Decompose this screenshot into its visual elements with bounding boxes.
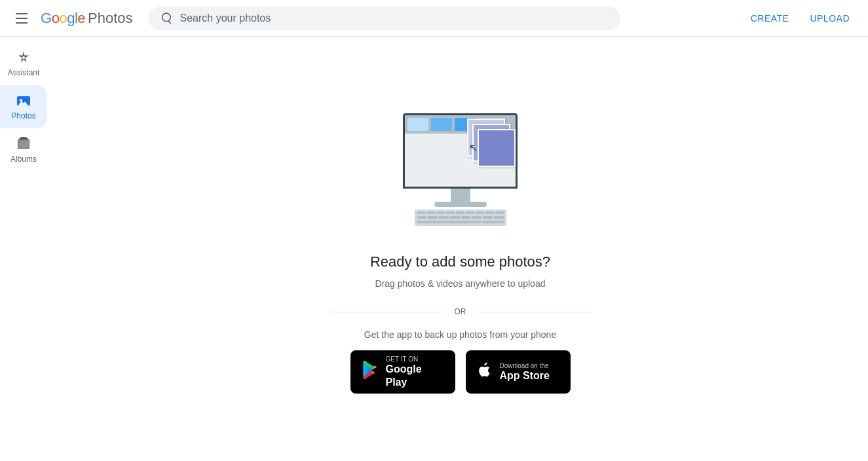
- search-bar: [149, 7, 620, 30]
- assistant-icon: [16, 50, 31, 65]
- app-description: Get the app to back up photos from your …: [364, 329, 556, 340]
- sidebar-item-albums-label: Albums: [10, 155, 37, 164]
- empty-state-title: Ready to add some photos?: [370, 253, 550, 270]
- app-store-badge[interactable]: Download on the App Store: [466, 350, 571, 393]
- upload-illustration: ↖: [395, 104, 526, 235]
- main-content: ↖: [52, 37, 868, 461]
- monitor-screen: ↖: [403, 113, 518, 189]
- logo[interactable]: Google Photos: [41, 10, 133, 27]
- search-container: [149, 7, 620, 30]
- sidebar: Assistant Photos Albums: [0, 37, 52, 461]
- sidebar-item-assistant[interactable]: Assistant: [0, 42, 47, 85]
- or-text: OR: [455, 307, 466, 316]
- divider-line-right: [477, 312, 592, 312]
- sidebar-item-photos[interactable]: Photos: [0, 85, 47, 128]
- divider-line-left: [330, 312, 444, 312]
- cursor-icon: ↖: [469, 141, 478, 154]
- keyboard: [415, 210, 506, 226]
- sidebar-item-albums[interactable]: Albums: [0, 128, 47, 172]
- sidebar-item-assistant-label: Assistant: [8, 68, 40, 77]
- svg-rect-5: [20, 137, 27, 138]
- google-wordmark: Google: [41, 10, 85, 27]
- app-download-section: Get the app to back up photos from your …: [350, 329, 571, 393]
- app-badges: GET IT ON Google Play Download on the: [350, 350, 571, 393]
- google-play-icon: [361, 361, 379, 384]
- search-icon: [159, 12, 172, 25]
- google-play-badge[interactable]: GET IT ON Google Play: [350, 350, 455, 393]
- header-left: Google Photos: [10, 8, 133, 29]
- svg-point-0: [22, 56, 25, 59]
- google-play-text: GET IT ON Google Play: [386, 356, 445, 388]
- app-store-text: Download on the App Store: [500, 362, 550, 382]
- svg-rect-6: [18, 140, 29, 148]
- svg-rect-4: [19, 138, 28, 139]
- or-divider: OR: [330, 307, 592, 316]
- empty-state-subtitle: Drag photos & videos anywhere to upload: [375, 278, 546, 289]
- photos-wordmark: Photos: [88, 10, 133, 27]
- menu-button[interactable]: [10, 8, 33, 29]
- header-actions: CREATE UPLOAD: [743, 8, 858, 29]
- apple-icon: [476, 361, 493, 384]
- photos-nav-icon: [16, 93, 31, 109]
- search-input[interactable]: [180, 12, 610, 24]
- create-button[interactable]: CREATE: [743, 8, 797, 29]
- svg-point-2: [20, 99, 22, 101]
- sidebar-item-photos-label: Photos: [11, 111, 35, 120]
- empty-state: ↖: [330, 104, 592, 393]
- app-header: Google Photos CREATE UPLOAD: [0, 0, 868, 37]
- albums-icon: [16, 136, 31, 152]
- upload-button[interactable]: UPLOAD: [802, 8, 858, 29]
